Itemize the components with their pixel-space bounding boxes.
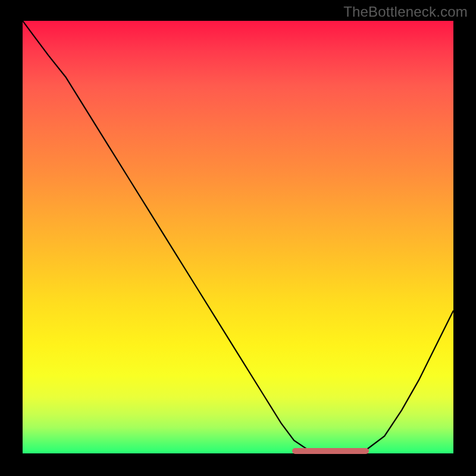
plot-area xyxy=(23,21,453,453)
bottleneck-curve xyxy=(23,21,453,453)
valley-highlight xyxy=(292,448,369,454)
watermark-text: TheBottleneck.com xyxy=(343,4,468,20)
chart-container: TheBottleneck.com xyxy=(0,0,476,476)
